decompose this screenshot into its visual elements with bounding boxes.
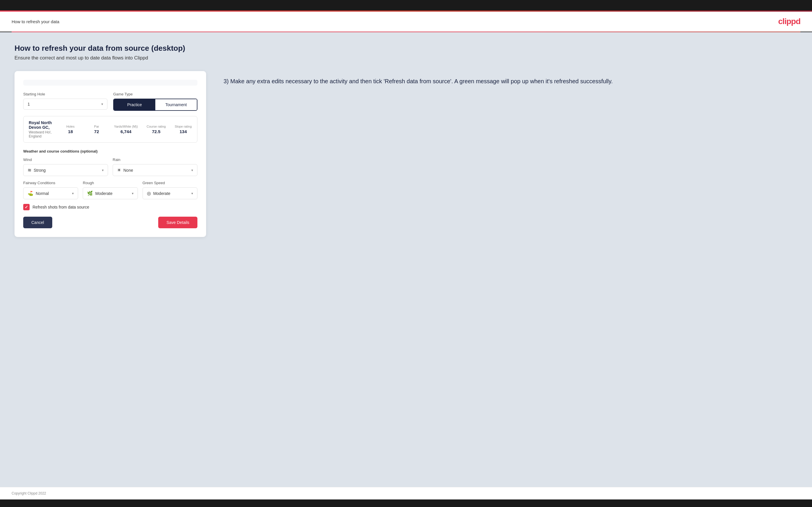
main-content: How to refresh your data from source (de…: [0, 32, 812, 487]
rough-value: Moderate: [95, 191, 129, 196]
page-title: How to refresh your data from source (de…: [14, 44, 798, 53]
starting-hole-value: 1: [28, 102, 30, 106]
fairway-group: Fairway Conditions ⛳ Normal ▾: [23, 181, 78, 199]
rough-label: Rough: [83, 181, 138, 185]
content-layout: Starting Hole 1 ▾ Game Type Practice Tou…: [14, 71, 798, 237]
fairway-chevron: ▾: [72, 191, 74, 195]
starting-hole-group: Starting Hole 1 ▾: [23, 92, 107, 111]
header: How to refresh your data clippd: [0, 12, 812, 32]
button-row: Cancel Save Details: [23, 217, 197, 228]
wind-group: Wind ≋ Strong ▾: [23, 158, 108, 176]
holes-label: Holes: [62, 125, 79, 128]
slope-rating-label: Slope rating: [174, 125, 192, 128]
game-type-label: Game Type: [113, 92, 197, 96]
green-chevron: ▾: [191, 191, 193, 195]
slope-rating-stat: Slope rating 134: [174, 125, 192, 134]
footer-text: Copyright Clippd 2022: [12, 491, 46, 495]
course-row: Royal North Devon GC, Westward Ho!, Engl…: [23, 116, 197, 143]
wind-select[interactable]: ≋ Strong ▾: [23, 164, 108, 176]
rain-group: Rain ☀ None ▾: [113, 158, 197, 176]
logo: clippd: [778, 17, 800, 26]
starting-hole-select[interactable]: 1 ▾: [23, 99, 107, 110]
instruction-panel: 3) Make any extra edits necessary to the…: [223, 71, 798, 86]
par-label: Par: [88, 125, 105, 128]
save-button[interactable]: Save Details: [158, 217, 197, 228]
rain-select[interactable]: ☀ None ▾: [113, 164, 197, 176]
card-container: Starting Hole 1 ▾ Game Type Practice Tou…: [14, 71, 206, 237]
practice-button[interactable]: Practice: [114, 99, 155, 110]
course-rating-value: 72.5: [147, 129, 166, 134]
fairway-label: Fairway Conditions: [23, 181, 78, 185]
rain-icon: ☀: [117, 167, 121, 173]
course-rating-stat: Course rating 72.5: [147, 125, 166, 134]
fairway-icon: ⛳: [28, 190, 33, 196]
course-name: Royal North Devon GC,: [29, 120, 53, 130]
rain-label: Rain: [113, 158, 197, 162]
card-hint: [23, 80, 197, 86]
tournament-button[interactable]: Tournament: [155, 99, 197, 110]
cancel-button[interactable]: Cancel: [23, 217, 52, 228]
par-value: 72: [88, 129, 105, 134]
fairway-select[interactable]: ⛳ Normal ▾: [23, 187, 78, 199]
green-icon: ◎: [147, 190, 151, 196]
starting-hole-label: Starting Hole: [23, 92, 107, 96]
green-speed-label: Green Speed: [143, 181, 197, 185]
fairway-value: Normal: [36, 191, 70, 196]
course-info: Royal North Devon GC, Westward Ho!, Engl…: [29, 120, 53, 138]
rough-select[interactable]: 🌿 Moderate ▾: [83, 187, 138, 199]
yards-label: Yards/White (M)): [114, 125, 138, 128]
instruction-text: 3) Make any extra edits necessary to the…: [223, 77, 798, 86]
footer: Copyright Clippd 2022: [0, 487, 812, 500]
refresh-label[interactable]: Refresh shots from data source: [33, 205, 89, 210]
starting-hole-chevron: ▾: [101, 102, 103, 106]
course-location: Westward Ho!, England: [29, 130, 53, 138]
wind-value: Strong: [34, 168, 100, 173]
rain-chevron: ▾: [191, 168, 193, 172]
checkmark-icon: ✓: [25, 205, 28, 210]
conditions-title: Weather and course conditions (optional): [23, 149, 197, 154]
slope-rating-value: 134: [174, 129, 192, 134]
rough-icon: 🌿: [87, 190, 93, 196]
conditions-row: Fairway Conditions ⛳ Normal ▾ Rough 🌿 Mo…: [23, 181, 197, 199]
top-bar: [0, 0, 812, 10]
wind-rain-row: Wind ≋ Strong ▾ Rain ☀ None ▾: [23, 158, 197, 176]
rough-group: Rough 🌿 Moderate ▾: [83, 181, 138, 199]
wind-icon: ≋: [28, 167, 31, 173]
rain-value: None: [123, 168, 189, 173]
game-type-toggle: Practice Tournament: [113, 99, 197, 111]
wind-chevron: ▾: [102, 168, 104, 172]
holes-value: 18: [62, 129, 79, 134]
header-title: How to refresh your data: [12, 19, 59, 24]
refresh-checkbox[interactable]: ✓: [23, 204, 30, 210]
form-row-top: Starting Hole 1 ▾ Game Type Practice Tou…: [23, 92, 197, 111]
holes-stat: Holes 18: [62, 125, 79, 134]
green-speed-select[interactable]: ◎ Moderate ▾: [143, 187, 197, 199]
page-subtitle: Ensure the correct and most up to date d…: [14, 55, 798, 61]
rough-chevron: ▾: [132, 191, 134, 195]
refresh-checkbox-row: ✓ Refresh shots from data source: [23, 204, 197, 210]
course-rating-label: Course rating: [147, 125, 166, 128]
yards-value: 6,744: [114, 129, 138, 134]
green-speed-value: Moderate: [153, 191, 189, 196]
yards-stat: Yards/White (M)) 6,744: [114, 125, 138, 134]
green-speed-group: Green Speed ◎ Moderate ▾: [143, 181, 197, 199]
game-type-group: Game Type Practice Tournament: [113, 92, 197, 111]
par-stat: Par 72: [88, 125, 105, 134]
wind-label: Wind: [23, 158, 108, 162]
